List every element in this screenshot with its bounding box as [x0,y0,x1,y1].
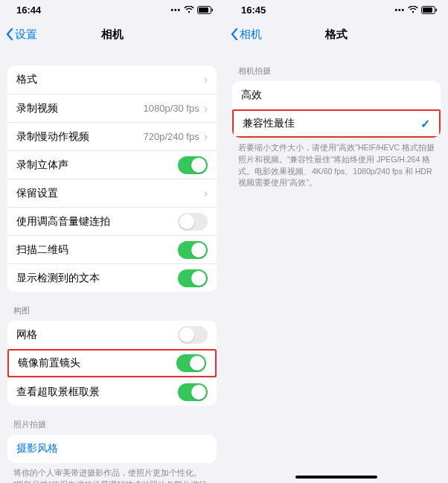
svg-rect-4 [423,7,432,13]
row-label: 查看超取景框取景 [16,386,178,399]
row-label: 显示检测到的文本 [16,272,178,285]
wifi-icon [408,6,418,13]
format-options-group: 高效 兼容性最佳 ✓ [232,81,441,138]
section-header-camera-capture: 相机拍摄 [232,49,441,80]
footer-text: 将你的个人审美带进摄影作品，使照片更加个性化。“摄影风格”使用先进的场景理解技术… [7,463,217,483]
row-label: 兼容性最佳 [243,117,420,130]
svg-rect-5 [436,8,438,11]
row-preserve-settings[interactable]: 保留设置 › [7,179,217,207]
row-view-outside-frame: 查看超取景框取景 [7,377,217,406]
row-label: 使用调高音量键连拍 [16,215,178,228]
svg-rect-2 [212,8,214,11]
nav-bar: 设置 相机 [0,19,224,49]
row-record-slomo[interactable]: 录制慢动作视频 720p/240 fps › [7,122,217,150]
row-label: 高效 [241,89,432,102]
chevron-right-icon: › [204,188,208,199]
settings-group-1: 格式 › 录制视频 1080p/30 fps › 录制慢动作视频 720p/24… [7,65,217,292]
option-most-compatible[interactable]: 兼容性最佳 ✓ [232,109,441,138]
option-high-efficiency[interactable]: 高效 [232,81,441,109]
row-grid: 网格 [7,321,217,349]
row-label: 录制慢动作视频 [16,130,143,144]
wifi-icon [184,6,194,13]
toggle-mirror-front[interactable] [176,354,206,372]
row-label: 录制立体声 [16,159,178,172]
formats-screen: 16:45 ••• 相机 格式 相机拍摄 高效 兼容性最佳 ✓ 若要缩小文件大小… [224,0,448,483]
toggle-volume-burst[interactable] [178,213,208,231]
row-label: 摄影风格 [16,442,208,455]
chevron-right-icon: › [204,103,208,115]
camera-settings-screen: 16:44 ••• 设置 相机 格式 › 录制视频 1080p/30 fps ›… [0,0,224,483]
status-time: 16:44 [16,4,41,16]
checkmark-icon: ✓ [420,117,430,131]
toggle-detect-text[interactable] [178,269,208,287]
row-label: 扫描二维码 [16,243,178,257]
battery-icon [421,6,438,14]
settings-group-composition: 网格 镜像前置镜头 查看超取景框取景 [7,321,217,406]
status-time: 16:45 [241,4,266,16]
svg-rect-1 [199,7,208,13]
back-button[interactable]: 相机 [231,28,262,42]
battery-icon [197,6,214,14]
toggle-scan-qr[interactable] [178,241,208,259]
row-volume-burst: 使用调高音量键连拍 [7,207,217,235]
back-label: 设置 [15,28,37,42]
back-label: 相机 [240,28,262,42]
section-header-composition: 构图 [7,292,217,319]
row-label: 保留设置 [16,187,204,200]
row-label: 镜像前置镜头 [18,356,176,370]
toggle-grid[interactable] [178,326,208,344]
row-label: 格式 [16,73,204,86]
status-bar: 16:44 ••• [0,0,224,19]
settings-group-capture: 摄影风格 [7,435,217,463]
toggle-view-outside[interactable] [178,383,208,401]
row-detect-text: 显示检测到的文本 [7,263,217,292]
toggle-stereo[interactable] [178,156,208,174]
footer-text: 若要缩小文件大小，请使用“高效”HEIF/HEVC 格式拍摄照片和视频。“兼容性… [232,138,441,189]
chevron-left-icon [6,28,13,40]
row-record-video[interactable]: 录制视频 1080p/30 fps › [7,94,217,122]
chevron-right-icon: › [204,131,208,143]
row-photo-styles[interactable]: 摄影风格 [7,435,217,463]
cellular-icon: ••• [394,6,405,14]
row-mirror-front: 镜像前置镜头 [7,349,217,377]
row-label: 录制视频 [16,102,143,115]
cellular-icon: ••• [170,6,181,14]
status-bar: 16:45 ••• [225,0,448,19]
status-right: ••• [394,6,438,14]
row-formats[interactable]: 格式 › [7,65,217,94]
chevron-left-icon [231,28,238,40]
status-right: ••• [170,6,214,14]
row-scan-qr: 扫描二维码 [7,235,217,263]
home-indicator[interactable] [295,476,377,479]
row-value: 720p/240 fps [143,131,199,142]
back-button[interactable]: 设置 [6,28,37,42]
row-label: 网格 [16,328,178,342]
nav-bar: 相机 格式 [225,19,448,49]
row-stereo: 录制立体声 [7,150,217,179]
chevron-right-icon: › [204,74,208,86]
row-value: 1080p/30 fps [143,103,199,114]
section-header-capture: 照片拍摄 [7,406,217,433]
